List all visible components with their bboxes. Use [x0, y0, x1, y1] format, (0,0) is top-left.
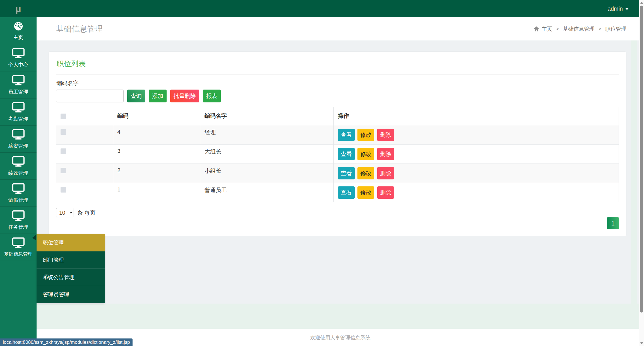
- logo-area: μ: [0, 0, 37, 17]
- panel-divider: [56, 74, 619, 75]
- monitor-icon: [12, 48, 25, 59]
- edit-button[interactable]: 修改: [357, 167, 374, 179]
- submenu-item-admin-mgmt[interactable]: 管理员管理: [37, 286, 105, 303]
- content-right-gutter: [631, 40, 637, 304]
- report-button[interactable]: 报表: [203, 90, 221, 102]
- sidebar-item-task-mgmt[interactable]: 任务管理: [0, 207, 37, 234]
- edit-button[interactable]: 修改: [357, 186, 374, 199]
- cell-name: 经理: [200, 125, 334, 145]
- row-checkbox[interactable]: [61, 187, 66, 193]
- column-header-code: 编码: [113, 107, 200, 125]
- user-menu[interactable]: admin: [608, 6, 644, 12]
- scroll-up-arrow-icon[interactable]: [640, 2, 643, 4]
- page-header: 基础信息管理 主页 > 基础信息管理 > 职位管理: [37, 17, 644, 40]
- row-checkbox[interactable]: [61, 148, 66, 154]
- username-label: admin: [608, 6, 623, 12]
- sidebar-item-label: 薪资管理: [8, 143, 28, 149]
- monitor-icon: [12, 129, 25, 140]
- breadcrumb: 主页 > 基础信息管理 > 职位管理: [534, 25, 626, 33]
- delete-button[interactable]: 删除: [377, 167, 394, 179]
- sidebar-item-home[interactable]: 主页: [0, 17, 37, 44]
- cell-code: 2: [113, 164, 200, 183]
- vertical-scrollbar[interactable]: [639, 0, 644, 346]
- table-row: 2 小组长 查看 修改 删除: [56, 164, 619, 183]
- page-title: 基础信息管理: [56, 24, 103, 34]
- view-button[interactable]: 查看: [338, 186, 355, 199]
- table-row: 3 大组长 查看 修改 删除: [56, 145, 619, 164]
- sidebar-item-label: 绩效管理: [8, 170, 28, 176]
- cell-code: 1: [113, 183, 200, 202]
- edit-button[interactable]: 修改: [357, 148, 374, 160]
- submenu-item-position-mgmt[interactable]: 职位管理: [37, 234, 105, 251]
- add-button[interactable]: 添加: [149, 90, 167, 102]
- sidebar-item-personal-center[interactable]: 个人中心: [0, 44, 37, 71]
- home-icon: [534, 26, 539, 32]
- submenu-item-announcement-mgmt[interactable]: 系统公告管理: [37, 269, 105, 286]
- page-1-button[interactable]: 1: [607, 217, 619, 229]
- table-row: 4 经理 查看 修改 删除: [56, 125, 619, 145]
- breadcrumb-home-link[interactable]: 主页: [534, 25, 552, 33]
- position-list-panel: 职位列表 编码名字 查询 添加 批量删除 报表 编码: [49, 51, 626, 236]
- table-header-row: 编码 编码名字 操作: [56, 107, 619, 125]
- panel-title: 职位列表: [57, 59, 619, 69]
- lower-band: [37, 304, 644, 329]
- row-checkbox[interactable]: [61, 168, 66, 173]
- sidebar-item-label: 主页: [13, 34, 23, 41]
- edit-button[interactable]: 修改: [357, 129, 374, 141]
- column-header-actions: 操作: [333, 107, 619, 125]
- cell-name: 大组长: [200, 145, 334, 164]
- delete-button[interactable]: 删除: [377, 186, 394, 199]
- sidebar: 主页 个人中心 员工管理 考勤管理: [0, 17, 37, 338]
- page-size-row: 10 条 每页: [56, 208, 619, 217]
- cell-code: 4: [113, 125, 200, 145]
- position-table: 编码 编码名字 操作 4 经理 查看 修改: [56, 107, 619, 202]
- cell-name: 普通员工: [200, 183, 334, 202]
- basic-info-submenu: 职位管理 部门管理 系统公告管理 管理员管理: [37, 234, 105, 303]
- breadcrumb-separator: >: [599, 26, 601, 32]
- page-size-suffix: 条 每页: [77, 209, 96, 217]
- sidebar-item-label: 员工管理: [8, 88, 28, 95]
- breadcrumb-separator: >: [556, 26, 559, 32]
- content-area: 职位列表 编码名字 查询 添加 批量删除 报表 编码: [37, 40, 644, 304]
- app-window: μ admin 主页: [0, 0, 644, 346]
- submenu-item-department-mgmt[interactable]: 部门管理: [37, 251, 105, 269]
- submenu-arrow-icon: [32, 235, 36, 241]
- sidebar-item-label: 个人中心: [8, 61, 28, 68]
- breadcrumb-basic-info-link[interactable]: 基础信息管理: [563, 25, 595, 33]
- cell-code: 3: [113, 145, 200, 164]
- breadcrumb-label: 主页: [542, 25, 552, 33]
- delete-button[interactable]: 删除: [377, 129, 394, 141]
- sidebar-item-label: 任务管理: [8, 224, 28, 230]
- sidebar-item-basic-info-mgmt[interactable]: 基础信息管理: [0, 234, 37, 261]
- view-button[interactable]: 查看: [338, 167, 355, 179]
- scrollbar-thumb[interactable]: [640, 6, 643, 313]
- scroll-down-arrow-icon[interactable]: [640, 342, 643, 344]
- app-logo: μ: [15, 3, 21, 14]
- row-checkbox[interactable]: [61, 129, 66, 135]
- sidebar-item-attendance-mgmt[interactable]: 考勤管理: [0, 98, 37, 126]
- select-all-checkbox[interactable]: [61, 114, 66, 119]
- sidebar-item-performance-mgmt[interactable]: 绩效管理: [0, 153, 37, 180]
- monitor-icon: [12, 102, 25, 113]
- view-button[interactable]: 查看: [338, 129, 355, 141]
- chevron-down-icon: [625, 8, 629, 10]
- page-size-select[interactable]: 10: [56, 208, 73, 217]
- sidebar-item-salary-mgmt[interactable]: 薪资管理: [0, 126, 37, 153]
- search-label: 编码名字: [56, 80, 619, 87]
- monitor-icon: [12, 237, 25, 248]
- monitor-icon: [12, 210, 25, 221]
- batch-delete-button[interactable]: 批量删除: [170, 90, 199, 102]
- monitor-icon: [12, 156, 25, 167]
- view-button[interactable]: 查看: [338, 148, 355, 160]
- query-button[interactable]: 查询: [127, 90, 145, 102]
- delete-button[interactable]: 删除: [377, 148, 394, 160]
- status-url-tooltip: localhost:8080/ssm_zxhrsys/jsp/modules/d…: [0, 338, 133, 346]
- monitor-icon: [12, 75, 25, 86]
- main-area: 基础信息管理 主页 > 基础信息管理 > 职位管理 职位列表 编码名字: [37, 17, 644, 346]
- breadcrumb-current: 职位管理: [605, 25, 626, 33]
- monitor-icon: [12, 183, 25, 194]
- sidebar-item-leave-mgmt[interactable]: 请假管理: [0, 180, 37, 207]
- search-input[interactable]: [56, 90, 124, 102]
- sidebar-item-label: 基础信息管理: [4, 251, 33, 257]
- sidebar-item-employee-mgmt[interactable]: 员工管理: [0, 71, 37, 98]
